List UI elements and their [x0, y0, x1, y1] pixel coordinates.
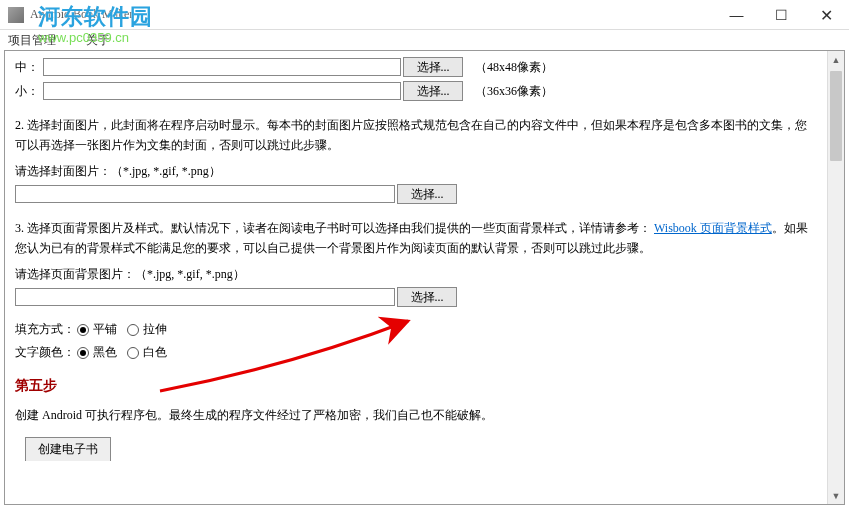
- textcolor-white-label: 白色: [143, 344, 167, 361]
- window-title: Android Book Maker: [30, 7, 133, 22]
- step2-text: 2. 选择封面图片，此封面将在程序启动时显示。每本书的封面图片应按照格式规范包含…: [15, 115, 816, 155]
- radio-unselected-icon: [127, 347, 139, 359]
- icon-mid-row: 中： 选择... （48x48像素）: [15, 57, 816, 77]
- scroll-down-icon[interactable]: ▼: [828, 487, 844, 504]
- cover-browse-button[interactable]: 选择...: [397, 184, 457, 204]
- bg-label: 请选择页面背景图片：（*.jpg, *.gif, *.png）: [15, 266, 816, 283]
- scroll-thumb[interactable]: [830, 71, 842, 161]
- icon-small-hint: （36x36像素）: [475, 83, 553, 100]
- radio-selected-icon: [77, 347, 89, 359]
- icon-mid-browse-button[interactable]: 选择...: [403, 57, 463, 77]
- icon-small-input[interactable]: [43, 82, 401, 100]
- titlebar: Android Book Maker — ☐ ✕: [0, 0, 849, 30]
- fill-tile-radio[interactable]: 平铺: [77, 321, 117, 338]
- icon-small-label: 小：: [15, 83, 43, 100]
- textcolor-row: 文字颜色： 黑色 白色: [15, 344, 816, 361]
- maximize-button[interactable]: ☐: [759, 0, 804, 30]
- step5-text: 创建 Android 可执行程序包。最终生成的程序文件经过了严格加密，我们自己也…: [15, 405, 816, 425]
- textcolor-black-label: 黑色: [93, 344, 117, 361]
- cover-input[interactable]: [15, 185, 395, 203]
- cover-row: 选择...: [15, 184, 816, 204]
- icon-mid-hint: （48x48像素）: [475, 59, 553, 76]
- bg-row: 选择...: [15, 287, 816, 307]
- textcolor-label: 文字颜色：: [15, 344, 77, 361]
- bg-browse-button[interactable]: 选择...: [397, 287, 457, 307]
- window-controls: — ☐ ✕: [714, 0, 849, 30]
- cover-label: 请选择封面图片：（*.jpg, *.gif, *.png）: [15, 163, 816, 180]
- close-button[interactable]: ✕: [804, 0, 849, 30]
- icon-small-row: 小： 选择... （36x36像素）: [15, 81, 816, 101]
- bg-input[interactable]: [15, 288, 395, 306]
- step3-text-before: 3. 选择页面背景图片及样式。默认情况下，读者在阅读电子书时可以选择由我们提供的…: [15, 221, 651, 235]
- menu-project[interactable]: 项目管理: [8, 32, 56, 49]
- content-frame: 中： 选择... （48x48像素） 小： 选择... （36x36像素） 2.…: [4, 50, 845, 505]
- content-area: 中： 选择... （48x48像素） 小： 选择... （36x36像素） 2.…: [5, 51, 826, 504]
- fill-stretch-label: 拉伸: [143, 321, 167, 338]
- fill-stretch-radio[interactable]: 拉伸: [127, 321, 167, 338]
- wisbook-link[interactable]: Wisbook 页面背景样式: [654, 221, 772, 235]
- build-ebook-button[interactable]: 创建电子书: [25, 437, 111, 461]
- fill-tile-label: 平铺: [93, 321, 117, 338]
- icon-small-browse-button[interactable]: 选择...: [403, 81, 463, 101]
- fill-row: 填充方式： 平铺 拉伸: [15, 321, 816, 338]
- step5-heading: 第五步: [15, 377, 816, 395]
- icon-mid-label: 中：: [15, 59, 43, 76]
- step3-text: 3. 选择页面背景图片及样式。默认情况下，读者在阅读电子书时可以选择由我们提供的…: [15, 218, 816, 258]
- textcolor-white-radio[interactable]: 白色: [127, 344, 167, 361]
- icon-mid-input[interactable]: [43, 58, 401, 76]
- vertical-scrollbar[interactable]: ▲ ▼: [827, 51, 844, 504]
- textcolor-black-radio[interactable]: 黑色: [77, 344, 117, 361]
- radio-selected-icon: [77, 324, 89, 336]
- radio-unselected-icon: [127, 324, 139, 336]
- app-icon: [8, 7, 24, 23]
- menubar: 项目管理 关于: [0, 30, 849, 50]
- minimize-button[interactable]: —: [714, 0, 759, 30]
- menu-about[interactable]: 关于: [86, 32, 110, 49]
- fill-label: 填充方式：: [15, 321, 77, 338]
- scroll-up-icon[interactable]: ▲: [828, 51, 844, 68]
